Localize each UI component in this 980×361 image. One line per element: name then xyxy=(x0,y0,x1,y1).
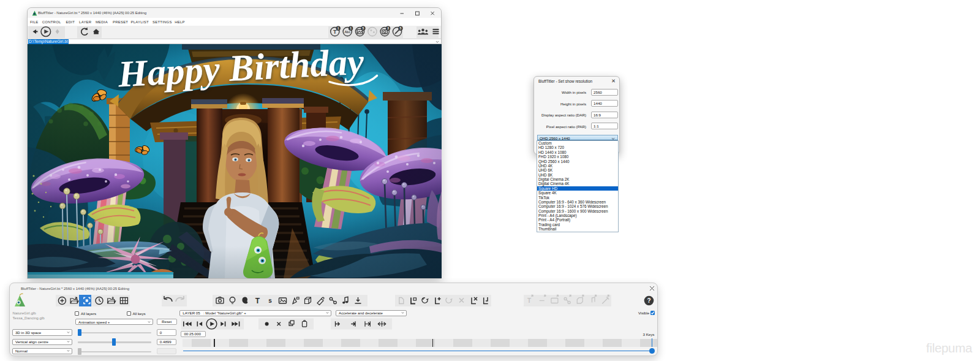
svg-text:5: 5 xyxy=(400,26,402,30)
svg-text:5: 5 xyxy=(363,26,364,30)
svg-text:T: T xyxy=(255,297,260,305)
svg-text:Abc: Abc xyxy=(344,30,350,34)
svg-text:?: ? xyxy=(647,297,650,304)
svg-text:3: 3 xyxy=(387,26,389,30)
svg-text:T: T xyxy=(333,29,337,35)
svg-text:T: T xyxy=(527,297,531,304)
svg-text:1: 1 xyxy=(337,26,339,30)
svg-text:s: s xyxy=(268,297,272,304)
svg-text:1: 1 xyxy=(350,26,352,30)
